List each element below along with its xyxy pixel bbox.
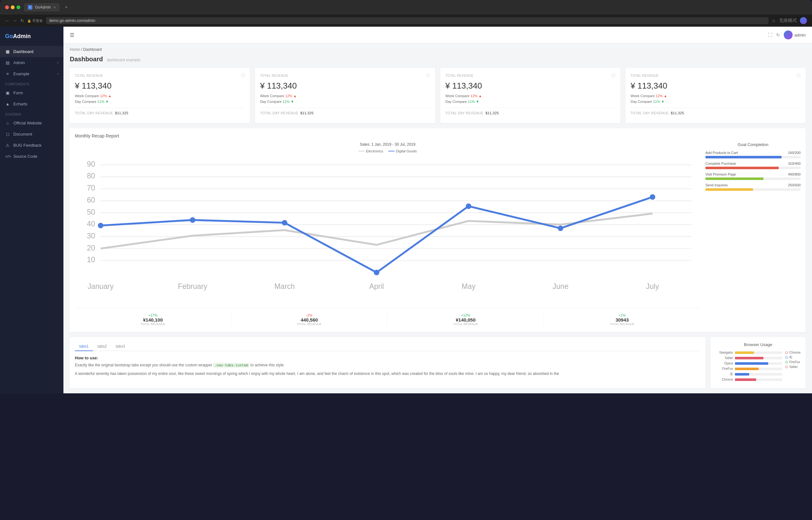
stat-card-2: TOTAL REVENUE ⓘ ¥ 113,340 Week Compare 1… bbox=[255, 68, 435, 123]
stat-label: TOTAL REVENUE bbox=[545, 322, 699, 326]
back-button[interactable]: ← bbox=[5, 18, 9, 23]
info-icon[interactable]: ⓘ bbox=[797, 73, 801, 78]
stat-change: +1% bbox=[545, 313, 699, 317]
sidebar-item-form[interactable]: ▣ Form bbox=[0, 87, 63, 98]
address-input[interactable] bbox=[46, 17, 768, 24]
browser-tab[interactable]: G GoAdmin ✕ bbox=[24, 3, 60, 11]
stat-change: +12% bbox=[389, 313, 542, 317]
svg-text:March: March bbox=[274, 283, 295, 291]
tabs-section: tabs1 tabs2 tabs3 How to use: Exactly li… bbox=[70, 337, 806, 388]
example-icon: ≡ bbox=[5, 72, 10, 76]
user-name: admin bbox=[794, 33, 806, 37]
tab-tabs1[interactable]: tabs1 bbox=[75, 342, 93, 351]
svg-text:February: February bbox=[178, 283, 207, 291]
goal-label: Complete Purchase bbox=[705, 162, 736, 165]
forward-button[interactable]: → bbox=[13, 18, 17, 23]
stat-divider: TOTAL DAY REVENUE $11,325 bbox=[75, 108, 245, 115]
stat-label: TOTAL REVENUE bbox=[445, 74, 474, 77]
maximize-button[interactable] bbox=[17, 5, 20, 9]
sidebar-item-admin[interactable]: ▤ Admin ‹ bbox=[0, 57, 63, 68]
refresh-button[interactable]: ↻ bbox=[20, 18, 24, 23]
bottom-stat-2: -2% 440,560 TOTAL REVENUE bbox=[231, 312, 388, 327]
star-icon[interactable]: ☆ bbox=[772, 18, 776, 23]
breadcrumb: Home / Dashboard bbox=[63, 44, 812, 56]
goal-values: 160/200 bbox=[788, 151, 801, 155]
fullscreen-icon[interactable]: ⛶ bbox=[768, 32, 772, 37]
minimize-button[interactable] bbox=[11, 5, 15, 9]
legend-safari: Safari bbox=[785, 365, 801, 369]
bar-fill bbox=[735, 379, 756, 381]
info-icon[interactable]: ⓘ bbox=[241, 73, 245, 78]
logo-go: Go bbox=[5, 33, 13, 40]
browser-bar-ie: IE bbox=[716, 372, 782, 376]
svg-text:May: May bbox=[461, 283, 475, 291]
breadcrumb-current: Dashboard bbox=[83, 47, 102, 52]
refresh-icon[interactable]: ↻ bbox=[776, 32, 780, 37]
tab-nav: tabs1 tabs2 tabs3 bbox=[75, 342, 700, 351]
goal-bar-bg bbox=[705, 188, 801, 191]
chart-left: Sales: 1 Jan, 2019 - 30 Jul, 2019 Electr… bbox=[75, 142, 700, 327]
svg-text:June: June bbox=[553, 283, 568, 291]
sidebar-item-echarts[interactable]: ▲ Echarts bbox=[0, 98, 63, 109]
sidebar-item-label: Dashboard bbox=[13, 49, 34, 54]
svg-point-23 bbox=[374, 270, 380, 275]
legend-firefox: FireFox bbox=[785, 360, 801, 364]
sidebar-item-official-website[interactable]: ⌂ Official Website bbox=[0, 118, 63, 129]
address-bar: ← → ↻ 🔓 不安全 ☆ 无痕模式 bbox=[0, 15, 812, 27]
bottom-stat-4: +1% 30943 TOTAL REVENUE bbox=[544, 312, 700, 327]
info-icon[interactable]: ⓘ bbox=[426, 73, 430, 78]
chart-section: Monthly Recap Report Sales: 1 Jan, 2019 … bbox=[70, 128, 806, 332]
svg-point-22 bbox=[282, 220, 287, 226]
browser-legend: Chrome IE FireFox bbox=[785, 351, 801, 383]
menu-toggle-icon[interactable]: ☰ bbox=[70, 32, 74, 38]
section-components: Components bbox=[0, 79, 63, 87]
tab-close-button[interactable]: ✕ bbox=[53, 6, 56, 9]
section-goadmin: GoAdmin bbox=[0, 109, 63, 118]
sidebar-item-label: Form bbox=[13, 90, 23, 95]
stat-card-1: TOTAL REVENUE ⓘ ¥ 113,340 Week Compare 1… bbox=[70, 68, 250, 123]
breadcrumb-home[interactable]: Home bbox=[70, 47, 80, 52]
line-chart: 90 80 70 60 50 40 30 20 10 bbox=[75, 156, 700, 303]
goal-item-1: Add Products to Cart 160/200 bbox=[705, 151, 801, 158]
sidebar-item-label: Example bbox=[13, 72, 29, 76]
svg-point-20 bbox=[98, 223, 104, 228]
tab-tabs2[interactable]: tabs2 bbox=[93, 342, 111, 351]
stat-value: 440,560 bbox=[232, 317, 386, 322]
stat-value: ¥ 113,340 bbox=[260, 81, 430, 91]
svg-point-26 bbox=[650, 194, 655, 200]
browser-chart-area: Navigator Safari bbox=[716, 351, 801, 383]
browser-bar-safari: Safari bbox=[716, 356, 782, 360]
stat-value: ¥ 113,340 bbox=[631, 81, 801, 91]
admin-icon: ▤ bbox=[5, 60, 10, 65]
browser-bar-navigator: Navigator bbox=[716, 351, 782, 354]
stat-compare: Week Compare 12% ▲ Day Compare 11% ▼ bbox=[260, 93, 430, 104]
tab-tabs3[interactable]: tabs3 bbox=[111, 342, 130, 351]
legend-dot bbox=[785, 366, 788, 368]
stat-value: ¥ 113,340 bbox=[445, 81, 615, 91]
bottom-stat-1: +17% ¥140,100 TOTAL REVENUE bbox=[75, 312, 231, 327]
bar-track bbox=[735, 362, 782, 365]
user-menu[interactable]: admin bbox=[784, 30, 806, 40]
sidebar-item-bug-feedback[interactable]: ⚠ BUG Feedback bbox=[0, 140, 63, 151]
new-tab-button[interactable]: + bbox=[65, 4, 67, 10]
bar-track bbox=[735, 357, 782, 359]
svg-text:90: 90 bbox=[87, 160, 95, 168]
legend-digital: Digital Goods bbox=[388, 149, 417, 153]
legend-chrome: Chrome bbox=[785, 351, 801, 354]
sidebar-item-label: Document bbox=[13, 132, 32, 136]
form-icon: ▣ bbox=[5, 90, 10, 95]
goal-header: Send Inquiries 250/500 bbox=[705, 183, 801, 187]
goal-values: 250/500 bbox=[788, 183, 801, 187]
info-icon[interactable]: ⓘ bbox=[612, 73, 616, 78]
bar-track bbox=[735, 373, 782, 375]
sidebar-item-document[interactable]: ◻ Document bbox=[0, 129, 63, 140]
legend-line-blue bbox=[388, 151, 395, 151]
svg-text:10: 10 bbox=[87, 256, 95, 264]
sidebar-item-example[interactable]: ≡ Example ‹ bbox=[0, 68, 63, 79]
sidebar-item-dashboard[interactable]: ▦ Dashboard bbox=[0, 46, 63, 57]
chart-title: Sales: 1 Jan, 2019 - 30 Jul, 2019 bbox=[75, 142, 700, 147]
tab-content-title: How to use: bbox=[75, 356, 700, 360]
close-button[interactable] bbox=[5, 5, 9, 9]
sidebar-item-source-code[interactable]: </> Source Code bbox=[0, 151, 63, 162]
goal-label: Send Inquiries bbox=[705, 183, 728, 187]
